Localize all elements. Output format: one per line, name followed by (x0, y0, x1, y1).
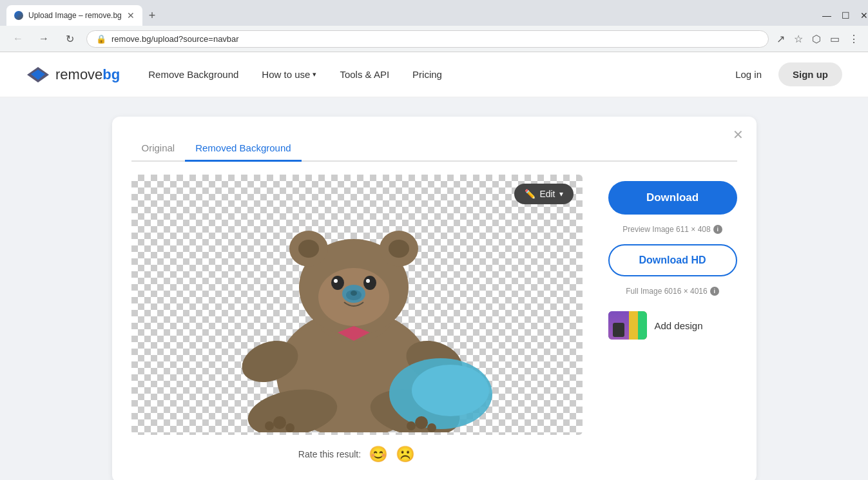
add-design-text: Add design (655, 320, 703, 331)
svg-point-29 (285, 423, 294, 432)
svg-point-21 (363, 276, 376, 290)
nav-links: Remove Background How to use ▾ Tools & A… (139, 64, 726, 85)
download-button[interactable]: Download (608, 181, 737, 215)
content-area: ✏️ Edit ▾ Rate this result: 😊 ☹️ Downloa… (131, 175, 737, 463)
edit-button[interactable]: ✏️ Edit ▾ (514, 184, 573, 204)
tab-title: Upload Image – remove.bg (28, 11, 122, 20)
nav-pricing[interactable]: Pricing (403, 64, 451, 85)
svg-point-33 (407, 421, 416, 430)
info-icon-hd[interactable]: i (710, 287, 719, 296)
svg-point-15 (298, 240, 319, 258)
info-icon[interactable]: i (713, 225, 722, 234)
design-thumbnail (608, 311, 647, 340)
preview-info-text: Preview Image 611 × 408 (622, 225, 710, 234)
maximize-button[interactable]: ☐ (842, 10, 850, 21)
nav-tools-api[interactable]: Tools & API (331, 64, 398, 85)
image-wrapper: ✏️ Edit ▾ (131, 175, 583, 435)
svg-point-17 (389, 240, 409, 258)
extensions-icon[interactable]: ⬡ (812, 33, 821, 45)
thumbs-down-emoji[interactable]: ☹️ (396, 445, 415, 463)
signup-button[interactable]: Sign up (778, 62, 842, 86)
svg-point-27 (412, 365, 489, 416)
minimize-button[interactable]: — (822, 10, 831, 21)
lock-icon: 🔒 (96, 34, 106, 44)
forward-button[interactable]: → (35, 30, 53, 48)
nav-how-to-use[interactable]: How to use ▾ (253, 64, 325, 85)
result-card: ✕ Original Removed Background (112, 117, 757, 480)
image-container: ✏️ Edit ▾ Rate this result: 😊 ☹️ (131, 175, 583, 463)
bookmark-icon[interactable]: ☆ (794, 33, 803, 45)
logo-icon (26, 66, 50, 84)
svg-point-31 (415, 416, 428, 429)
main-content: ✕ Original Removed Background (0, 97, 868, 480)
thumbs-up-emoji[interactable]: 😊 (369, 445, 388, 463)
result-image (131, 175, 583, 432)
svg-point-19 (331, 276, 344, 290)
download-hd-button[interactable]: Download HD (608, 244, 737, 276)
full-image-info-text: Full Image 6016 × 4016 (626, 287, 707, 296)
close-button[interactable]: ✕ (860, 10, 868, 21)
svg-point-22 (366, 279, 370, 283)
navbar: removebg Remove Background How to use ▾ … (0, 52, 868, 97)
full-image-info: Full Image 6016 × 4016 i (608, 287, 737, 296)
tab-original[interactable]: Original (131, 136, 186, 162)
refresh-button[interactable]: ↻ (61, 30, 79, 48)
rate-section: Rate this result: 😊 ☹️ (131, 445, 583, 463)
svg-point-30 (265, 421, 274, 430)
address-bar-text[interactable]: remove.bg/upload?source=navbar (111, 34, 759, 44)
tabs: Original Removed Background (131, 136, 737, 162)
add-design-area[interactable]: Add design (608, 311, 737, 340)
logo-text: removebg (55, 66, 120, 83)
svg-point-28 (273, 416, 286, 429)
svg-point-32 (427, 423, 436, 432)
chevron-down-icon: ▾ (313, 70, 316, 79)
edit-icon: ✏️ (525, 189, 535, 199)
close-tab-button[interactable]: ✕ (127, 10, 135, 21)
svg-point-25 (351, 291, 357, 296)
tab-removed-background[interactable]: Removed Background (185, 136, 301, 162)
preview-info: Preview Image 611 × 408 i (608, 225, 737, 234)
share-icon[interactable]: ↗ (776, 33, 785, 45)
sidebar: Download Preview Image 611 × 408 i Downl… (608, 175, 737, 463)
menu-icon[interactable]: ⋮ (849, 33, 859, 45)
nav-auth: Log in Sign up (726, 62, 842, 86)
back-button[interactable]: ← (9, 30, 27, 48)
close-card-button[interactable]: ✕ (733, 127, 744, 142)
rate-label: Rate this result: (298, 449, 361, 459)
split-view-icon[interactable]: ▭ (830, 33, 840, 45)
nav-remove-background[interactable]: Remove Background (139, 64, 247, 85)
login-button[interactable]: Log in (726, 64, 771, 85)
svg-point-20 (334, 279, 338, 283)
new-tab-button[interactable]: + (142, 9, 162, 23)
chevron-down-icon: ▾ (559, 189, 563, 198)
logo[interactable]: removebg (26, 66, 120, 84)
